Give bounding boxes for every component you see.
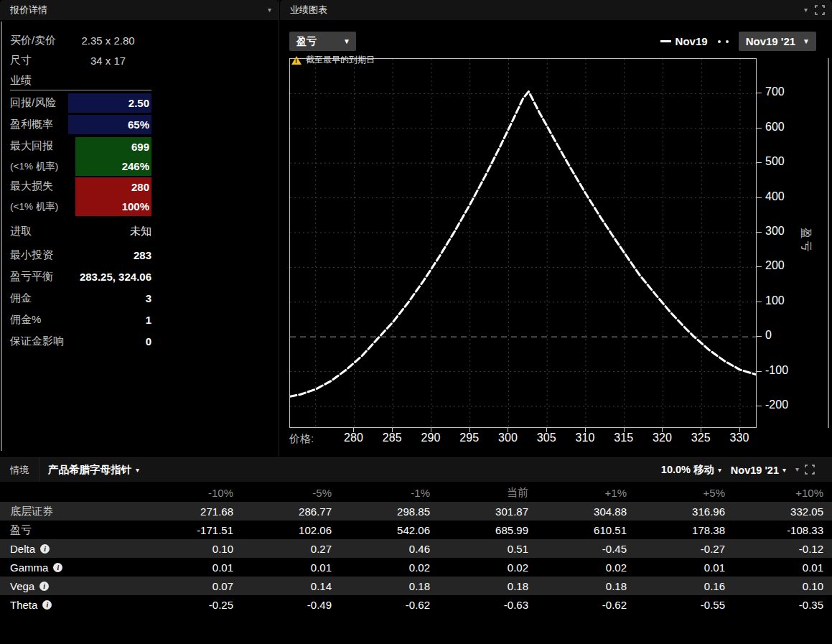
legend-line-swatch <box>660 40 671 42</box>
cell-Vega-+10%: 0.10 <box>733 577 823 595</box>
column-header: +5% <box>635 483 725 502</box>
cell-Theta--10%: -0.25 <box>143 595 233 614</box>
metric-dropdown[interactable]: 盈亏 ▼ <box>289 32 356 51</box>
max-return-label: 最大回报 <box>10 139 53 153</box>
expand-icon[interactable] <box>805 465 815 475</box>
cell-盈亏--5%: 102.06 <box>241 521 332 539</box>
margin-impact-label: 保证金影响 <box>10 335 64 348</box>
min-investment-label: 最小投资 <box>10 248 53 262</box>
cell-盈亏-当前: 685.99 <box>438 521 528 539</box>
cell-Theta-当前: -0.63 <box>438 595 528 614</box>
cell-底层证券-当前: 301.87 <box>438 502 528 521</box>
info-icon[interactable]: i <box>42 600 52 610</box>
chevron-down-icon: ▾ <box>782 467 786 474</box>
y-tick <box>757 232 762 233</box>
section-divider <box>10 90 151 90</box>
size-row: 尺寸 34 x 17 <box>10 50 151 70</box>
y-tick-label: 600 <box>765 121 785 134</box>
max-loss-sublabel: (<1% 机率) <box>10 200 58 213</box>
legend-overflow-dots[interactable] <box>718 40 729 43</box>
y-tick-label: 100 <box>765 294 785 307</box>
table-row-Gamma: Gammai0.010.010.020.020.020.010.01 <box>0 558 832 577</box>
cell-盈亏-+1%: 610.51 <box>536 521 627 539</box>
warning-text: 截至最早的到期日 <box>306 54 375 66</box>
cell-Gamma--10%: 0.01 <box>143 558 233 577</box>
x-tick-label: 280 <box>344 431 363 444</box>
performance-section-label: 业绩 <box>10 70 151 88</box>
greeks-dropdown[interactable]: 产品希腊字母指针 ▾ <box>48 463 139 477</box>
max-loss-row: 最大损失 (<1% 机率) 280 100% <box>10 177 151 216</box>
x-tick-label: 290 <box>421 431 441 444</box>
info-icon[interactable]: i <box>40 544 50 554</box>
cell-Delta-当前: 0.51 <box>438 539 528 558</box>
bid-ask-row: 买价/卖价 2.35 x 2.80 <box>10 30 151 50</box>
scenario-table: -10%-5%-1%当前+1%+5%+10%底层证券271.68286.7729… <box>0 482 832 614</box>
breakeven-label: 盈亏平衡 <box>10 270 53 284</box>
y-tick <box>757 336 762 337</box>
trading-app-root: { "colors": { "reward_risk_bg": "#0d1247… <box>0 0 832 644</box>
y-tick <box>757 266 762 267</box>
reward-risk-value: 2.50 <box>68 93 151 113</box>
cell-Delta-+10%: -0.12 <box>733 539 823 558</box>
quote-panel-title: 报价详情 <box>10 4 47 17</box>
row-label-text: Vega <box>10 580 34 592</box>
cell-盈亏-+10%: -108.33 <box>733 521 823 539</box>
column-header: +1% <box>536 483 627 502</box>
y-tick-label: 0 <box>765 329 772 342</box>
row-label: 盈亏 <box>10 521 32 539</box>
table-row-Theta: Thetai-0.25-0.49-0.62-0.63-0.62-0.55-0.3… <box>0 595 832 614</box>
max-loss-pct: 100% <box>122 200 149 213</box>
legend-item-nov19: Nov19 <box>660 35 708 47</box>
margin-impact-value: 0 <box>146 335 151 347</box>
table-row-Delta: Deltai0.100.270.460.51-0.45-0.27-0.12 <box>0 539 832 558</box>
chart-expiry-value: Nov19 '21 <box>746 35 795 47</box>
table-row-底层证券: 底层证券271.68286.77298.85301.87304.88316.96… <box>0 502 832 521</box>
y-tick <box>757 371 762 372</box>
cell-底层证券--1%: 298.85 <box>340 502 430 521</box>
chevron-down-icon[interactable]: ▾ <box>268 6 271 14</box>
max-loss-value: 280 <box>131 181 149 193</box>
expand-icon[interactable] <box>815 5 825 15</box>
info-icon[interactable]: i <box>53 563 62 572</box>
aggressive-label: 进取 <box>10 225 32 238</box>
cell-底层证券--5%: 286.77 <box>241 502 332 521</box>
cell-Gamma-当前: 0.02 <box>438 558 528 577</box>
x-tick-label: 295 <box>459 431 479 444</box>
min-investment-value: 283 <box>134 249 151 261</box>
cell-Gamma-+10%: 0.01 <box>733 558 823 577</box>
y-tick <box>757 197 762 198</box>
y-tick-label: -200 <box>765 398 788 411</box>
x-tick-label: 305 <box>537 431 556 444</box>
max-return-pct: 246% <box>122 160 149 172</box>
column-header: -1% <box>340 483 430 502</box>
profit-probability-label: 盈利概率 <box>10 118 53 131</box>
commission-value: 3 <box>146 292 151 304</box>
row-label-text: 底层证券 <box>10 505 53 518</box>
quote-details-panel: 报价详情 ▾ 买价/卖价 2.35 x 2.80 尺寸 34 x 17 业绩 回… <box>0 0 279 457</box>
tab-scenario[interactable]: 情境 <box>0 458 39 482</box>
commission-pct-row: 佣金% 1 <box>10 309 151 330</box>
cell-Theta--1%: -0.62 <box>340 595 430 614</box>
size-value: 34 x 17 <box>65 55 151 67</box>
min-investment-row: 最小投资 283 <box>10 245 151 265</box>
chevron-down-icon[interactable]: ▾ <box>804 6 808 14</box>
chevron-down-icon[interactable]: ▾ <box>795 466 799 473</box>
chart-expiry-dropdown[interactable]: Nov19 '21 ▼ <box>739 32 816 51</box>
y-tick-label: 700 <box>765 85 785 98</box>
quote-rows: 买价/卖价 2.35 x 2.80 尺寸 34 x 17 业绩 回报/风险 2.… <box>10 26 151 351</box>
row-label: Deltai <box>10 539 50 558</box>
bid-ask-value: 2.35 x 2.80 <box>65 34 151 47</box>
x-tick-label: 325 <box>691 431 711 444</box>
chevron-down-icon: ▾ <box>136 467 139 474</box>
info-icon[interactable]: i <box>39 582 49 591</box>
x-axis-title: 价格: <box>289 432 314 446</box>
move-percent-dropdown[interactable]: 10.0% 移动 ▾ <box>661 458 721 482</box>
chevron-down-icon: ▼ <box>803 38 810 45</box>
column-header: 当前 <box>438 483 528 502</box>
scenario-panel: 情境 产品希腊字母指针 ▾ 10.0% 移动 ▾ Nov19 '21 ▾ ▾ -… <box>0 457 832 644</box>
chart-panel-header: 业绩图表 ▾ <box>280 0 832 20</box>
breakeven-row: 盈亏平衡 283.25, 324.06 <box>10 266 151 286</box>
scenario-expiry-dropdown[interactable]: Nov19 '21 ▾ <box>731 458 786 482</box>
pnl-plot-area[interactable] <box>289 58 757 428</box>
cell-Delta--5%: 0.27 <box>241 539 332 558</box>
